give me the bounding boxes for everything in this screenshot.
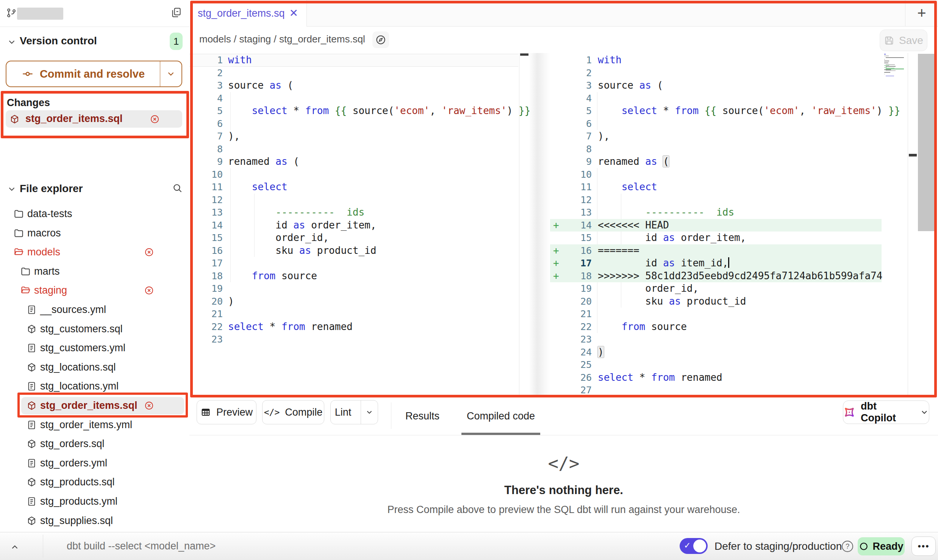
file-item-stg-locations-yml[interactable]: stg_locations.yml <box>0 378 189 395</box>
code-line[interactable]: 19 <box>189 282 518 295</box>
bottom-toolbar: Preview </> Compile Lint Results Compile… <box>189 397 938 435</box>
code-line[interactable]: 12 <box>550 194 882 206</box>
code-line[interactable]: 9renamed as ( <box>189 155 518 168</box>
code-line[interactable]: 2 <box>189 67 518 80</box>
preview-button[interactable]: Preview <box>197 400 256 424</box>
file-item-stg-orders-sql[interactable]: stg_orders.sql <box>0 435 189 453</box>
code-line[interactable]: 19 order_id, <box>550 282 882 295</box>
code-line[interactable]: 23 <box>550 333 882 346</box>
code-line[interactable]: 8 <box>189 143 518 156</box>
code-line[interactable]: 7), <box>550 130 882 143</box>
code-line[interactable]: 20 sku as product_id <box>550 295 882 308</box>
minimap[interactable] <box>883 54 905 78</box>
compile-button[interactable]: </> Compile <box>262 400 324 424</box>
dbt-ide: Version control 1 Commit and resolve Cha… <box>0 0 938 560</box>
code-line[interactable]: 9renamed as ( <box>550 155 882 168</box>
ready-status-badge[interactable]: Ready <box>858 537 905 555</box>
tab-stg-order-items[interactable]: stg_order_items.sql (last c... ✕ <box>189 0 307 27</box>
lint-options-caret[interactable] <box>361 400 378 424</box>
more-options-button[interactable]: ••• <box>911 537 936 556</box>
right-overview-ruler[interactable] <box>908 53 918 397</box>
file-item-macros[interactable]: macros <box>0 225 189 242</box>
code-line[interactable]: 26select * from renamed <box>550 371 882 384</box>
file-item-stg-orders-yml[interactable]: stg_orders.yml <box>0 455 189 472</box>
code-line[interactable]: 1with <box>189 54 518 67</box>
code-line[interactable]: +16======= <box>550 244 882 257</box>
code-line[interactable]: 11 select <box>550 181 882 194</box>
lineage-icon[interactable] <box>372 31 389 48</box>
code-line[interactable]: 10 <box>189 168 518 181</box>
file-item-stg-locations-sql[interactable]: stg_locations.sql <box>0 359 189 376</box>
code-line[interactable]: 15 id as order_item, <box>550 232 882 244</box>
help-icon[interactable]: ? <box>842 541 853 552</box>
code-line[interactable]: 23 <box>189 333 518 346</box>
code-line[interactable]: 22 from source <box>550 321 882 333</box>
file-item-stg-order-items-sql[interactable]: stg_order_items.sql <box>0 397 189 415</box>
code-line[interactable]: 22select * from renamed <box>189 321 518 333</box>
code-line[interactable]: 13 ---------- ids <box>550 206 882 219</box>
code-line[interactable]: 25 <box>550 358 882 371</box>
save-button[interactable]: Save <box>880 30 927 51</box>
tab-results[interactable]: Results <box>400 397 445 435</box>
file-item-data-tests[interactable]: data-tests <box>0 205 189 223</box>
code-line[interactable]: 13 ---------- ids <box>189 206 518 219</box>
yaml-file-icon <box>27 496 37 507</box>
code-line[interactable]: 4 <box>550 92 882 105</box>
file-item-models[interactable]: models <box>0 244 189 261</box>
code-line[interactable]: +14<<<<<<< HEAD <box>550 219 882 232</box>
code-line[interactable]: 8 <box>550 143 882 156</box>
code-line[interactable]: 5 select * from {{ source('ecom', 'raw_i… <box>550 105 882 117</box>
discard-change-icon[interactable] <box>144 247 154 257</box>
diff-editor: 1with23source as (45 select * from {{ so… <box>189 53 938 397</box>
code-line[interactable]: 7), <box>189 130 518 143</box>
editor-pane-incoming[interactable]: 1with23source as (45 select * from {{ so… <box>550 53 882 397</box>
code-line[interactable]: 24) <box>550 346 882 359</box>
discard-change-icon[interactable] <box>144 285 154 296</box>
code-line[interactable]: 14 id as order_item, <box>189 219 518 232</box>
code-line[interactable]: 11 select <box>189 181 518 194</box>
code-line[interactable]: +18>>>>>>> 58c1dd23d5eebd9cd2495fa7124ab… <box>550 270 882 283</box>
code-line[interactable]: 15 order_id, <box>189 232 518 244</box>
file-item--sources-yml[interactable]: __sources.yml <box>0 301 189 319</box>
tab-compiled-code[interactable]: Compiled code <box>461 397 540 435</box>
file-item-marts[interactable]: marts <box>0 263 189 280</box>
file-item-stg-products-sql[interactable]: stg_products.sql <box>0 474 189 491</box>
status-bar: dbt build --select <model_name> ✓ Defer … <box>0 532 938 560</box>
code-line[interactable]: +17 id as item_id, <box>550 257 882 270</box>
file-item-stg-customers-sql[interactable]: stg_customers.sql <box>0 321 189 338</box>
code-line[interactable]: 21 <box>550 308 882 321</box>
code-line[interactable]: 12 <box>189 194 518 206</box>
file-item-stg-customers-yml[interactable]: stg_customers.yml <box>0 339 189 357</box>
code-line[interactable]: 5 select * from {{ source('ecom', 'raw_i… <box>189 105 518 117</box>
discard-change-icon[interactable] <box>144 400 154 411</box>
dbt-copilot-button[interactable]: dbt Copilot <box>843 400 929 424</box>
compiled-code-panel: </> There's nothing here. Press Compile … <box>189 435 938 532</box>
code-line[interactable]: 4 <box>189 92 518 105</box>
scrollbar-thumb[interactable] <box>918 54 935 231</box>
code-line[interactable]: 1with <box>550 54 882 67</box>
file-item-stg-supplies-sql[interactable]: stg_supplies.sql <box>0 512 189 530</box>
code-line[interactable]: 6 <box>550 117 882 130</box>
code-line[interactable]: 3source as ( <box>550 79 882 92</box>
code-line[interactable]: 6 <box>189 117 518 130</box>
file-item-staging[interactable]: staging <box>0 282 189 299</box>
defer-toggle[interactable]: ✓ <box>680 538 708 554</box>
editor-pane-current[interactable]: 1with23source as (45 select * from {{ so… <box>189 53 518 397</box>
new-tab-button[interactable]: + <box>905 0 938 27</box>
code-line[interactable]: 2 <box>550 67 882 80</box>
code-line[interactable]: 17 <box>189 257 518 270</box>
lint-button[interactable]: Lint <box>330 400 378 424</box>
tab-close-icon[interactable]: ✕ <box>289 8 298 19</box>
file-item-stg-order-items-yml[interactable]: stg_order_items.yml <box>0 416 189 434</box>
code-line[interactable]: 21 <box>189 308 518 321</box>
code-line[interactable]: 3source as ( <box>189 79 518 92</box>
code-line[interactable]: 10 <box>550 168 882 181</box>
preview-table-icon <box>200 407 211 418</box>
code-line[interactable]: 16 sku as product_id <box>189 244 518 257</box>
file-item-stg-products-yml[interactable]: stg_products.yml <box>0 493 189 510</box>
command-input[interactable]: dbt build --select <model_name> <box>67 532 216 560</box>
code-line[interactable]: 18 from source <box>189 270 518 283</box>
code-line[interactable]: 20) <box>189 295 518 308</box>
code-line[interactable]: 27 <box>550 384 882 397</box>
expand-command-icon[interactable] <box>10 542 20 552</box>
